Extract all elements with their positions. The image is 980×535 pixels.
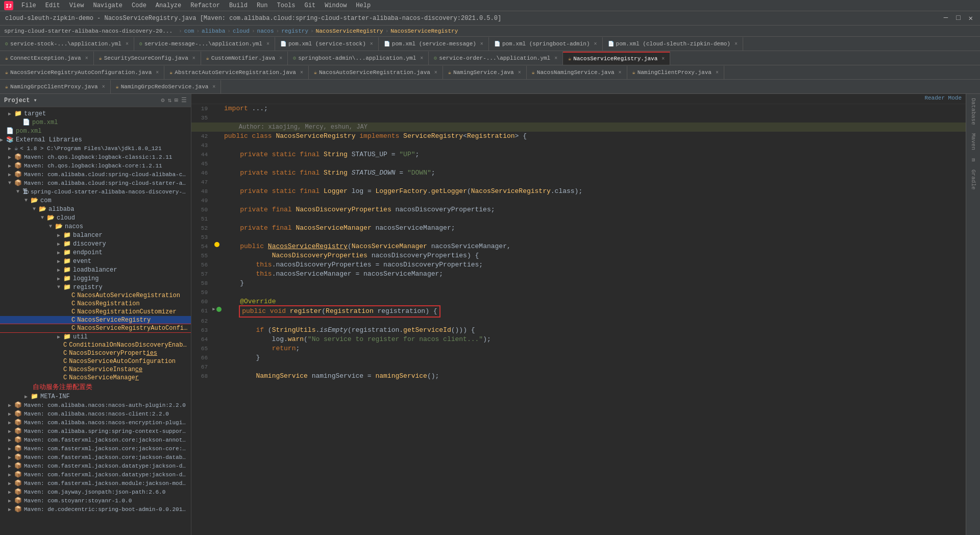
tree-item-jackson-module[interactable]: ▶ 📦 Maven: com.fasterxml.jackson.module:… bbox=[0, 479, 191, 488]
tab-close-20[interactable]: × bbox=[212, 84, 215, 90]
tab-close-13[interactable]: × bbox=[156, 70, 159, 76]
tree-item-com[interactable]: ▼ 📂 com bbox=[0, 196, 191, 205]
tab-abstract-autoservice[interactable]: ☕ AbstractAutoServiceRegistration.java × bbox=[164, 66, 309, 79]
tab-close-11[interactable]: × bbox=[554, 56, 557, 61]
tab-naming-client-proxy[interactable]: ☕ NamingClientProxy.java × bbox=[627, 66, 724, 79]
tree-item-nacos-encryption[interactable]: ▶ 📦 Maven: com.alibaba.nacos:nacos-encry… bbox=[0, 418, 191, 427]
reader-mode-button[interactable]: Reader Mode bbox=[924, 95, 962, 103]
tree-item-maven-logback-classic[interactable]: ▶ 📦 Maven: ch.qos.logback:logback-classi… bbox=[0, 153, 191, 161]
tab-naming-grpc-proxy[interactable]: ☕ NamingGrpcClientProxy.java × bbox=[0, 80, 111, 93]
breadcrumb-nacos[interactable]: nacos bbox=[257, 28, 274, 34]
tree-item-cloud-pkg[interactable]: ▼ 📂 cloud bbox=[0, 213, 191, 222]
tree-item-maven-alibaba-commons[interactable]: ▶ 📦 Maven: com.alibaba.cloud:spring-clou… bbox=[0, 170, 191, 179]
tree-item-alibaba-pkg[interactable]: ▼ 📂 alibaba bbox=[0, 205, 191, 213]
menu-navigate[interactable]: Navigate bbox=[89, 1, 127, 10]
breadcrumb-alibaba[interactable]: alibaba bbox=[202, 28, 225, 34]
tree-item-pom1[interactable]: 📄 pom.xml bbox=[0, 118, 191, 127]
tree-item-nacos-service-autoconfig[interactable]: C NacosServiceAutoConfiguration bbox=[0, 357, 191, 366]
tab-custom-notifier[interactable]: ☕ CustomNotifier.java × bbox=[201, 52, 288, 65]
tree-item-stoyanr[interactable]: ▶ 📦 Maven: com.stoyanr:stoyanr-1.0.0 bbox=[0, 496, 191, 505]
tab-application-yml-message[interactable]: ⚙ service-message-...\application.yml × bbox=[134, 37, 275, 51]
tab-close-19[interactable]: × bbox=[102, 84, 105, 90]
tree-item-nacos-service-instance[interactable]: C NacosServiceInstance bbox=[0, 366, 191, 374]
tree-item-codecentric[interactable]: ▶ 📦 Maven: de.codecentric:spring-boot-ad… bbox=[0, 505, 191, 514]
tab-pom-springboot[interactable]: 📄 pom.xml (springboot-admin) × bbox=[489, 37, 603, 51]
sort-icon[interactable]: ⇅ bbox=[168, 96, 172, 104]
menu-analyze[interactable]: Analyze bbox=[152, 1, 185, 10]
tree-item-jackson-jdk8[interactable]: ▶ 📦 Maven: com.fasterxml.jackson.datatyp… bbox=[0, 461, 191, 470]
settings-icon[interactable]: ☰ bbox=[181, 96, 187, 104]
menu-window[interactable]: Window bbox=[321, 1, 351, 10]
tree-item-nacos-pkg[interactable]: ▼ 📂 nacos bbox=[0, 222, 191, 231]
tree-item-maven-nacos-discovery[interactable]: ▼ 📦 Maven: com.alibaba.cloud:spring-clou… bbox=[0, 179, 191, 187]
menu-file[interactable]: File bbox=[17, 1, 40, 10]
tree-item-nacos-auth[interactable]: ▶ 📦 Maven: com.alibaba.nacos:nacos-auth-… bbox=[0, 401, 191, 409]
tab-close-5[interactable]: × bbox=[594, 41, 597, 47]
tree-item-discovery[interactable]: ▶ 📁 discovery bbox=[0, 239, 191, 248]
tab-nacos-autoconfig[interactable]: ☕ NacosServiceRegistryAutoConfiguration.… bbox=[0, 66, 164, 79]
tree-item-meta-inf[interactable]: ▶ 📁 META-INF bbox=[0, 392, 191, 401]
tree-item-event[interactable]: ▶ 📁 event bbox=[0, 257, 191, 265]
tab-close-15[interactable]: × bbox=[434, 70, 437, 76]
menu-run[interactable]: Run bbox=[253, 1, 272, 10]
code-area[interactable]: 19 import ...; 35 Author: xiaojing, Merc… bbox=[191, 104, 966, 535]
tab-close[interactable]: × bbox=[126, 41, 129, 47]
tree-item-conditional[interactable]: C ConditionalOnNacosDiscoveryEnabled bbox=[0, 341, 191, 349]
tab-pom-zipkin[interactable]: 📄 pom.xml (cloud-sleuth-zipkin-demo) × bbox=[603, 37, 743, 51]
tab-naming-service[interactable]: ☕ NamingService.java × bbox=[443, 66, 527, 79]
tree-item-jsonpath[interactable]: ▶ 📦 Maven: com.jayway.jsonpath:json-path… bbox=[0, 488, 191, 496]
menu-edit[interactable]: Edit bbox=[41, 1, 64, 10]
tree-item-util-pkg[interactable]: ▶ 📁 util bbox=[0, 332, 191, 341]
tab-close-17[interactable]: × bbox=[619, 70, 622, 76]
tree-item-target[interactable]: ▶ 📁 target bbox=[0, 109, 191, 118]
minimize-button[interactable]: ─ bbox=[942, 14, 950, 22]
menu-git[interactable]: Git bbox=[301, 1, 320, 10]
tree-item-pom-root[interactable]: 📄 pom.xml bbox=[0, 127, 191, 135]
tab-close-12[interactable]: × bbox=[662, 56, 665, 62]
tree-item-jackson-annotations[interactable]: ▶ 📦 Maven: com.fasterxml.jackson.core:ja… bbox=[0, 435, 191, 444]
tree-item-balancer[interactable]: ▶ 📁 balancer bbox=[0, 231, 191, 239]
menu-refactor[interactable]: Refactor bbox=[186, 1, 224, 10]
tab-springboot-admin-yml[interactable]: ⚙ springboot-admin\...application.yml × bbox=[288, 52, 429, 65]
expand-icon[interactable]: ⊞ bbox=[175, 96, 178, 104]
tab-application-yml-stock[interactable]: ⚙ service-stock-...\application.yml × bbox=[0, 37, 134, 51]
tree-item-jackson-jsr310[interactable]: ▶ 📦 Maven: com.fasterxml.jackson.datatyp… bbox=[0, 470, 191, 479]
tab-close-16[interactable]: × bbox=[518, 70, 521, 76]
run-config-sidebar[interactable]: Gradle bbox=[968, 167, 978, 192]
tab-close-2[interactable]: × bbox=[266, 41, 270, 47]
maven-sidebar[interactable]: Maven bbox=[968, 131, 978, 152]
tab-close-8[interactable]: × bbox=[192, 56, 195, 61]
maximize-button[interactable]: □ bbox=[954, 14, 962, 22]
tab-pom-stock[interactable]: 📄 pom.xml (service-stock) × bbox=[275, 37, 379, 51]
tree-item-nacos-auto-reg[interactable]: C NacosAutoServiceRegistration bbox=[0, 291, 191, 300]
tree-item-jdk[interactable]: ▶ ☕ < 1.8 > C:\Program Files\Java\jdk1.8… bbox=[0, 144, 191, 153]
tab-close-4[interactable]: × bbox=[480, 41, 483, 47]
breadcrumb-cloud[interactable]: cloud bbox=[233, 28, 250, 34]
tab-security-config[interactable]: ☕ SecuritySecureConfig.java × bbox=[94, 52, 201, 65]
menu-build[interactable]: Build bbox=[225, 1, 252, 10]
tab-nacos-naming-service[interactable]: ☕ NacosNamingService.java × bbox=[527, 66, 627, 79]
tree-item-nacos-service-registry[interactable]: C NacosServiceRegistry bbox=[0, 316, 191, 324]
tree-item-jackson-core[interactable]: ▶ 📦 Maven: com.fasterxml.jackson.core:ja… bbox=[0, 444, 191, 453]
tree-item-logging[interactable]: ▶ 📁 logging bbox=[0, 274, 191, 283]
tab-naming-grpc-redo[interactable]: ☕ NamingGrpcRedoService.java × bbox=[111, 80, 222, 93]
menu-code[interactable]: Code bbox=[128, 1, 151, 10]
tree-item-nacos-reg-customizer[interactable]: C NacosRegistrationCustomizer bbox=[0, 308, 191, 316]
tab-close-7[interactable]: × bbox=[85, 56, 88, 61]
tree-item-nacos-service-registry-autoconfig[interactable]: C NacosServiceRegistryAutoConfiguration bbox=[0, 324, 191, 332]
tree-item-registry-pkg[interactable]: ▼ 📁 registry bbox=[0, 283, 191, 291]
tab-nacos-service-registry[interactable]: ☕ NacosServiceRegistry.java × bbox=[563, 52, 670, 65]
menu-help[interactable]: Help bbox=[352, 1, 375, 10]
tab-close-6[interactable]: × bbox=[734, 41, 738, 47]
tab-close-10[interactable]: × bbox=[420, 56, 423, 61]
database-sidebar[interactable]: Database bbox=[968, 96, 978, 127]
tree-item-loadbalancer[interactable]: ▶ 📁 loadbalancer bbox=[0, 265, 191, 274]
menu-tools[interactable]: Tools bbox=[273, 1, 300, 10]
tab-close-18[interactable]: × bbox=[716, 70, 719, 76]
tree-item-jar[interactable]: ▼ 🗜 spring-cloud-starter-alibaba-nacos-d… bbox=[0, 187, 191, 196]
gear-icon[interactable]: ⚙ bbox=[161, 96, 164, 104]
tree-item-jackson-databind[interactable]: ▶ 📦 Maven: com.fasterxml.jackson.core:ja… bbox=[0, 453, 191, 461]
tab-service-order-yml[interactable]: ⚙ service-order-...\application.yml × bbox=[429, 52, 563, 65]
m-sidebar[interactable]: m bbox=[968, 156, 978, 164]
tab-connect-exception[interactable]: ☕ ConnectException.java × bbox=[0, 52, 94, 65]
